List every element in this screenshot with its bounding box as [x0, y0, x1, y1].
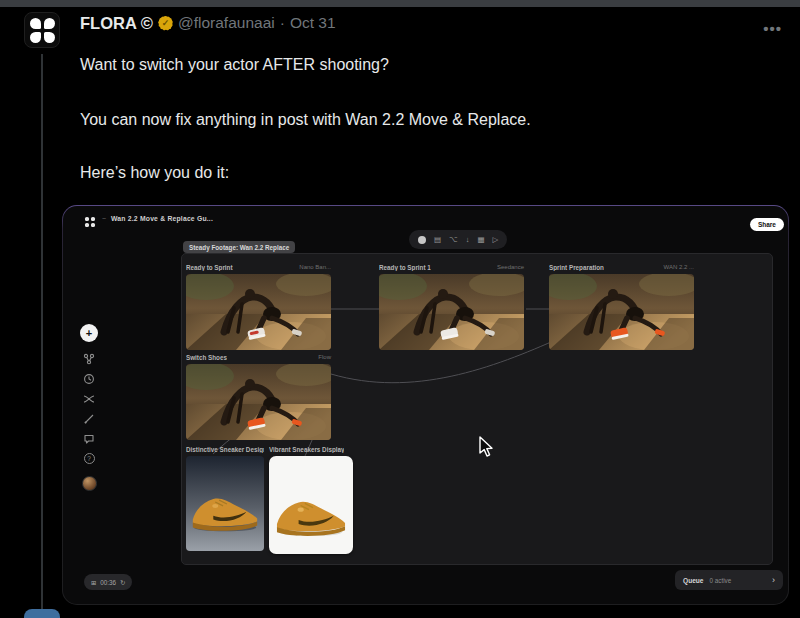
node-title: Vibrant Sneakers Display: [269, 446, 344, 453]
node-title: Ready to Sprint 1: [379, 264, 431, 271]
tweet-line-2: You can now fix anything in post with Wa…: [80, 109, 784, 130]
embedded-media-card[interactable]: ~ Wan 2.2 Move & Replace Gu... Share ▤ ⌥…: [62, 205, 789, 605]
verified-badge-icon: ✓: [158, 16, 173, 31]
node-model-tag: WAN 2.2 ...: [664, 264, 694, 270]
node-image-sprinter[interactable]: [379, 274, 524, 350]
timestamp[interactable]: Oct 31: [290, 14, 336, 32]
app-sidebar: +: [78, 324, 100, 491]
group-label[interactable]: Steady Footage: Wan 2.2 Replace: [183, 241, 295, 253]
node-image-sprinter[interactable]: [186, 274, 331, 350]
refresh-icon[interactable]: ↻: [120, 579, 125, 586]
node-model-tag: Seedance: [497, 264, 524, 270]
record-dot-icon[interactable]: [418, 236, 426, 244]
node-model-tag: Flow: [318, 354, 331, 360]
shuffle-icon[interactable]: [83, 392, 96, 405]
separator-dot: ·: [280, 14, 285, 32]
comment-icon[interactable]: [83, 432, 96, 445]
flow-icon[interactable]: [83, 352, 96, 365]
grid-icon[interactable]: ▦: [478, 236, 485, 244]
tweet-line-3: Here’s how you do it:: [80, 162, 784, 183]
thread-line: [41, 54, 43, 618]
node-sprint-preparation[interactable]: Sprint Preparation WAN 2.2 ...: [549, 262, 694, 350]
history-icon[interactable]: [83, 372, 96, 385]
node-ready-to-sprint-1[interactable]: Ready to Sprint 1 Seedance: [379, 262, 524, 350]
node-title: Ready to Sprint: [186, 264, 233, 271]
add-node-button[interactable]: +: [80, 324, 98, 342]
node-vibrant-sneakers-display[interactable]: Vibrant Sneakers Display: [269, 444, 353, 554]
queue-label: Queue: [683, 577, 704, 584]
flora-app-window: ~ Wan 2.2 Move & Replace Gu... Share ▤ ⌥…: [63, 206, 788, 604]
node-image-sprinter[interactable]: [549, 274, 694, 350]
node-title: Distinctive Sneaker Design: [186, 446, 264, 453]
chevron-right-icon[interactable]: ›: [772, 576, 775, 585]
tweet-line-1: Want to switch your actor AFTER shooting…: [80, 54, 784, 75]
node-image-sneaker-dark[interactable]: [186, 456, 264, 551]
download-icon[interactable]: ↓: [466, 236, 470, 244]
mouse-cursor-icon: [478, 436, 494, 462]
timeline-icon: ⊞: [91, 579, 96, 586]
queue-status-bar[interactable]: Queue 0 active ›: [675, 570, 783, 590]
node-ready-to-sprint[interactable]: Ready to Sprint Nano Ban...: [186, 262, 331, 350]
node-title: Sprint Preparation: [549, 264, 604, 271]
avatar[interactable]: [24, 12, 60, 48]
node-distinctive-sneaker-design[interactable]: Distinctive Sneaker Design: [186, 444, 264, 551]
flora-logo-icon: [30, 18, 55, 43]
user-avatar[interactable]: [82, 476, 97, 491]
node-image-sneaker-white[interactable]: [269, 456, 353, 554]
node-switch-shoes[interactable]: Switch Shoes Flow: [186, 352, 331, 440]
tweet-body: Want to switch your actor AFTER shooting…: [80, 54, 784, 183]
tweet-header: FLORA © ✓ @florafaunaai · Oct 31: [80, 12, 784, 34]
play-icon[interactable]: ▷: [493, 236, 499, 244]
queue-count: 0 active: [710, 577, 766, 584]
help-icon[interactable]: ?: [83, 452, 96, 465]
canvas-toolbar: ▤ ⌥ ↓ ▦ ▷: [409, 230, 507, 249]
node-model-tag: Nano Ban...: [299, 264, 331, 270]
handle[interactable]: @florafaunaai: [178, 14, 275, 32]
next-tweet-avatar-peek: [24, 609, 60, 618]
connector-icon[interactable]: ⌥: [449, 236, 458, 244]
node-image-sprinter[interactable]: [186, 364, 331, 440]
playback-timer[interactable]: ⊞ 00:36 ↻: [84, 574, 132, 590]
frame-icon[interactable]: ▤: [434, 236, 441, 244]
display-name[interactable]: FLORA ©: [80, 14, 153, 33]
node-title: Switch Shoes: [186, 354, 227, 361]
timer-value: 00:36: [100, 579, 116, 586]
tweet-container: ••• FLORA © ✓ @florafaunaai · Oct 31 Wan…: [0, 0, 800, 618]
brush-icon[interactable]: [83, 412, 96, 425]
